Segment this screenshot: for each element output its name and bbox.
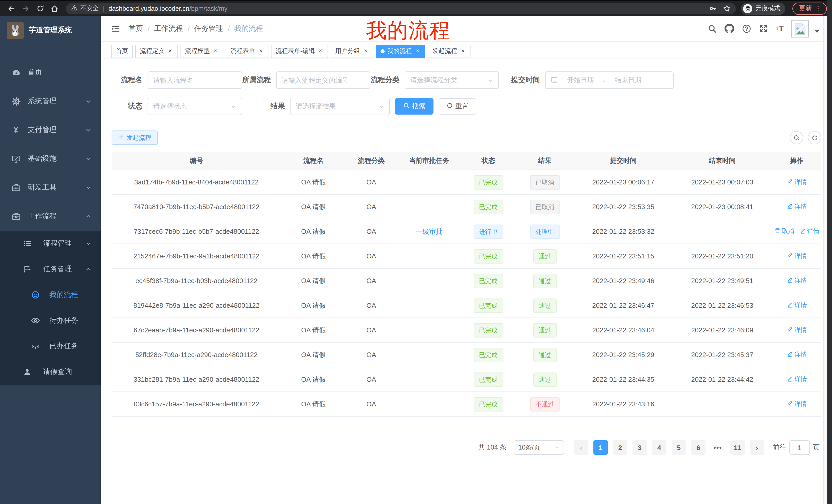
detail-action[interactable]: 详情 — [787, 202, 807, 211]
detail-action[interactable]: 详情 — [787, 351, 807, 359]
page-button-1[interactable]: 1 — [593, 440, 608, 455]
row-task-link[interactable]: 一级审批 — [416, 227, 442, 236]
hamburger-icon[interactable] — [111, 24, 120, 33]
detail-action[interactable]: 详情 — [787, 252, 807, 260]
sidebar-item-0[interactable]: 首页 — [0, 58, 101, 87]
reload-icon[interactable] — [34, 2, 46, 15]
tab-label: 流程模型 — [185, 47, 210, 55]
column-header-4: 状态 — [461, 156, 515, 165]
goto-page-input[interactable] — [789, 440, 810, 455]
page-button-2[interactable]: 2 — [613, 440, 627, 455]
row-category: OA — [366, 178, 376, 186]
search-icon[interactable] — [707, 24, 717, 33]
help-icon[interactable] — [742, 24, 751, 33]
tab-6[interactable]: 我的流程× — [376, 45, 425, 58]
close-icon[interactable]: × — [460, 48, 466, 54]
page-button-11[interactable]: 11 — [730, 440, 745, 455]
cancel-action[interactable]: 取消 — [774, 227, 794, 236]
tab-5[interactable]: 用户分组× — [331, 45, 373, 58]
sidebar-item-3[interactable]: 基础设施 — [0, 144, 101, 173]
star-icon[interactable] — [723, 5, 731, 12]
breadcrumb-home[interactable]: 首页 — [129, 24, 143, 33]
sidebar-item-1[interactable]: 系统管理 — [0, 87, 101, 116]
column-header-7: 结束时间 — [672, 156, 772, 165]
scrollbar-track[interactable] — [823, 16, 827, 504]
incognito-icon — [743, 4, 752, 13]
sidebar-item-11[interactable]: 请假查询 — [0, 359, 101, 385]
close-icon[interactable]: × — [414, 48, 421, 54]
prev-page-button[interactable]: ‹ — [574, 440, 588, 455]
page-button-5[interactable]: 5 — [672, 440, 686, 455]
detail-action[interactable]: 详情 — [787, 301, 807, 310]
tab-3[interactable]: 流程表单× — [226, 45, 268, 58]
sidebar-item-7[interactable]: 任务管理 — [0, 256, 101, 282]
process-name-input[interactable] — [153, 76, 237, 84]
sidebar-item-5[interactable]: 工作流程 — [0, 202, 101, 231]
detail-action[interactable]: 详情 — [787, 400, 807, 409]
close-icon[interactable]: × — [167, 48, 173, 54]
sidebar-item-2[interactable]: ¥支付管理 — [0, 116, 101, 144]
process-def-input[interactable] — [282, 76, 365, 84]
search-button[interactable]: 搜索 — [395, 98, 434, 115]
toggle-search-icon[interactable] — [790, 131, 803, 144]
sidebar-item-6[interactable]: 流程管理 — [0, 231, 101, 256]
update-button[interactable]: 更新 ⋮ — [792, 2, 827, 15]
sidebar-item-4[interactable]: 研发工具 — [0, 173, 101, 202]
tab-2[interactable]: 流程模型× — [181, 45, 223, 58]
detail-action[interactable]: 详情 — [787, 178, 807, 187]
browser-menu-icon[interactable]: ⋮ — [815, 5, 822, 12]
tab-7[interactable]: 发起流程× — [428, 45, 470, 58]
reset-button[interactable]: 重置 — [439, 98, 476, 115]
fullscreen-icon[interactable] — [759, 24, 768, 33]
font-size-icon[interactable]: TT — [775, 24, 784, 33]
sidebar-item-8[interactable]: 我的流程 — [0, 282, 101, 308]
page-button-6[interactable]: 6 — [691, 440, 705, 455]
detail-action[interactable]: 详情 — [787, 276, 807, 285]
caret-down-icon[interactable] — [814, 24, 820, 33]
detail-action[interactable]: 详情 — [787, 326, 807, 334]
row-process-name: OA 请假 — [301, 350, 326, 359]
more-pages-icon[interactable]: ••• — [711, 440, 725, 455]
page-button-4[interactable]: 4 — [652, 440, 667, 455]
url-host: dashboard.yudao.iocoder.cn — [108, 5, 189, 12]
close-icon[interactable]: × — [212, 48, 218, 54]
detail-action[interactable]: 详情 — [787, 375, 807, 384]
close-icon[interactable]: × — [258, 48, 264, 54]
process-def-label: 所属流程 — [242, 76, 276, 85]
address-bar[interactable]: 不安全 dashboard.yudao.iocoder.cn/bpm/task/… — [66, 3, 736, 14]
chevron-down-icon — [85, 127, 92, 133]
chevron-down-icon — [231, 104, 237, 109]
submit-time-range[interactable]: 开始日期 - 结束日期 — [545, 72, 674, 89]
next-page-button[interactable]: › — [750, 440, 764, 455]
breadcrumb-task[interactable]: 任务管理 — [194, 24, 223, 33]
sidebar-item-9[interactable]: 待办任务 — [0, 308, 101, 333]
sidebar-item-10[interactable]: 已办任务 — [0, 333, 101, 359]
window-scrollbar[interactable] — [827, 0, 832, 504]
forward-icon[interactable] — [20, 2, 32, 15]
key-icon[interactable] — [709, 5, 717, 12]
refresh-table-icon[interactable] — [808, 131, 821, 144]
process-table: 编号流程名流程分类当前审批任务状态结果提交时间结束时间操作 3ad174fb-7… — [111, 151, 821, 417]
create-process-button[interactable]: 发起流程 — [111, 131, 158, 145]
app-logo-row[interactable]: 🐰 芋道管理系统 — [0, 16, 101, 45]
category-select[interactable]: 请选择流程分类 — [405, 72, 499, 89]
back-icon[interactable] — [5, 2, 18, 15]
page-button-3[interactable]: 3 — [632, 440, 647, 455]
tab-1[interactable]: 流程定义× — [135, 45, 178, 58]
result-select[interactable]: 请选择流结果 — [290, 97, 390, 115]
row-end-time: 2022-01-22 23:45:37 — [691, 351, 753, 359]
page-size-select[interactable]: 10条/页 — [514, 440, 564, 455]
home-icon[interactable] — [48, 2, 61, 15]
breadcrumb-workflow[interactable]: 工作流程 — [154, 24, 183, 33]
detail-action[interactable]: 详情 — [799, 227, 820, 236]
row-id: 7470a810-7b9b-11ec-b5b7-acde48001122 — [133, 203, 260, 211]
github-icon[interactable] — [725, 24, 734, 33]
tab-4[interactable]: 流程表单-编辑× — [271, 45, 328, 58]
close-icon[interactable]: × — [317, 48, 323, 54]
table-header: 编号流程名流程分类当前审批任务状态结果提交时间结束时间操作 — [111, 151, 821, 170]
tab-0[interactable]: 首页 — [111, 45, 133, 58]
close-icon[interactable]: × — [363, 48, 369, 54]
result-badge: 通过 — [533, 298, 557, 313]
status-select[interactable]: 请选择状态 — [148, 97, 242, 115]
avatar[interactable] — [791, 20, 809, 37]
